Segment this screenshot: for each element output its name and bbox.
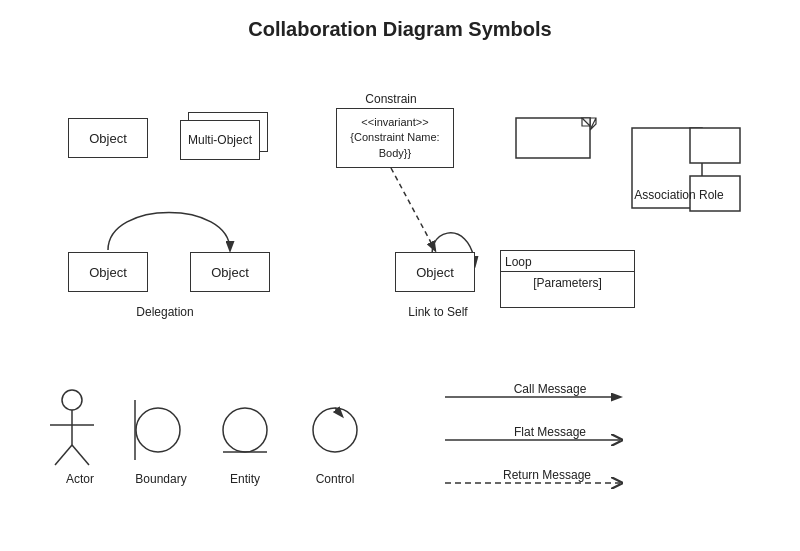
loop-box: Loop [Parameters] — [500, 250, 635, 308]
svg-line-10 — [55, 445, 72, 465]
svg-point-13 — [136, 408, 180, 452]
boundary-label: Boundary — [122, 472, 200, 486]
loop-header-text: Loop — [501, 255, 634, 272]
actor-label: Actor — [55, 472, 105, 486]
svg-line-0 — [391, 168, 435, 250]
object-box-3: Object — [190, 252, 270, 292]
call-message-label: Call Message — [490, 382, 610, 396]
svg-point-7 — [62, 390, 82, 410]
constraint-box: <<invariant>>{Constraint Name:Body}} — [336, 108, 454, 168]
control-label: Control — [305, 472, 365, 486]
svg-point-14 — [223, 408, 267, 452]
multi-object-front: Multi-Object — [180, 120, 260, 160]
object-box-2: Object — [68, 252, 148, 292]
object-box-4: Object — [395, 252, 475, 292]
object-box-1: Object — [68, 118, 148, 158]
svg-rect-4 — [690, 128, 740, 163]
svg-marker-1 — [516, 118, 590, 158]
return-message-label: Return Message — [482, 468, 612, 482]
flat-message-label: Flat Message — [490, 425, 610, 439]
assoc-role-label: Association Role — [634, 188, 724, 202]
svg-line-11 — [72, 445, 89, 465]
constraint-text: <<invariant>>{Constraint Name:Body}} — [350, 115, 439, 161]
delegation-label: Delegation — [105, 305, 225, 319]
link-to-self-label: Link to Self — [388, 305, 488, 319]
svg-point-16 — [313, 408, 357, 452]
constrain-label: Constrain — [336, 92, 446, 106]
svg-marker-2 — [582, 118, 590, 126]
page-title: Collaboration Diagram Symbols — [0, 18, 800, 41]
diagram: Collaboration Diagram Symbols — [0, 0, 800, 551]
loop-params-text: [Parameters] — [533, 276, 602, 290]
entity-label: Entity — [215, 472, 275, 486]
